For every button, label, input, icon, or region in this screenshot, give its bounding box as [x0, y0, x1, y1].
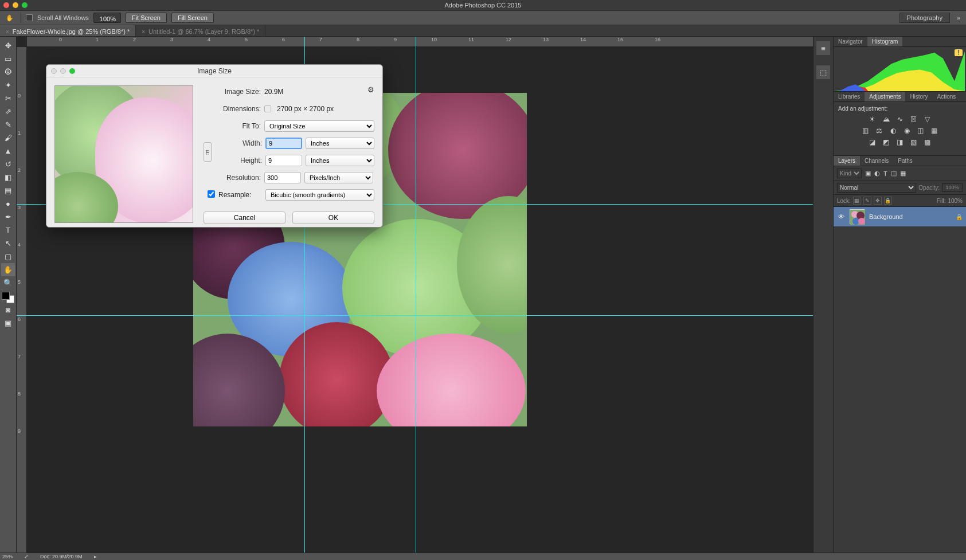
constrain-proportions-icon[interactable]: ⎘ — [204, 142, 212, 162]
clone-stamp-tool-icon[interactable]: ▲ — [1, 144, 15, 158]
path-select-tool-icon[interactable]: ↖ — [1, 237, 15, 250]
ruler-horizontal[interactable]: 0 1 2 3 4 5 6 7 8 9 10 11 12 13 14 15 16 — [27, 37, 813, 47]
tab-adjustments[interactable]: Adjustments — [865, 92, 905, 101]
close-window-button[interactable] — [3, 2, 9, 8]
threshold-icon[interactable]: ◨ — [895, 138, 905, 146]
resample-checkbox[interactable] — [208, 190, 215, 198]
vibrance-icon[interactable]: ▽ — [923, 115, 932, 123]
tab-libraries[interactable]: Libraries — [834, 92, 865, 101]
zoom-window-button[interactable] — [22, 2, 28, 8]
guide-horizontal[interactable] — [17, 315, 813, 316]
blend-mode-select[interactable]: Normal — [837, 183, 916, 193]
dimensions-unit-toggle[interactable] — [264, 105, 271, 112]
lock-position-icon[interactable]: ✥ — [874, 197, 882, 205]
resolution-input[interactable] — [264, 172, 301, 183]
cancel-button[interactable]: Cancel — [204, 212, 286, 224]
filter-shape-icon[interactable]: ◫ — [891, 170, 897, 177]
filter-pixel-icon[interactable]: ▣ — [865, 170, 871, 177]
height-input[interactable] — [265, 155, 302, 166]
filter-smart-icon[interactable]: ▦ — [900, 170, 906, 177]
tab-channels[interactable]: Channels — [860, 156, 893, 166]
document-tab[interactable]: × FakeFlower-Whole.jpg @ 25% (RGB/8*) * — [0, 25, 136, 36]
gradientmap-icon[interactable]: ▧ — [909, 138, 918, 146]
tab-history[interactable]: History — [905, 92, 932, 101]
shape-tool-icon[interactable]: ▢ — [1, 250, 15, 263]
zoom-value-field[interactable]: 100% — [93, 13, 121, 23]
status-arrow-icon[interactable]: ▸ — [94, 554, 97, 559]
pen-tool-icon[interactable]: ✒ — [1, 210, 15, 224]
invert-icon[interactable]: ◪ — [868, 138, 877, 146]
ruler-vertical[interactable]: 0 1 2 3 4 5 6 7 8 9 — [17, 47, 27, 553]
resolution-unit-select[interactable]: Pixels/Inch — [304, 172, 373, 183]
levels-icon[interactable]: ⛰ — [882, 115, 891, 123]
healing-brush-tool-icon[interactable]: ✎ — [1, 118, 15, 131]
screenmode-icon[interactable]: ▣ — [1, 316, 15, 330]
eraser-tool-icon[interactable]: ◧ — [1, 171, 15, 184]
panel-icon[interactable]: ⬚ — [816, 65, 830, 79]
photofilter-icon[interactable]: ◉ — [902, 127, 912, 135]
hue-icon[interactable]: ▥ — [861, 127, 870, 135]
colorbalance-icon[interactable]: ⚖ — [875, 127, 884, 135]
status-zoom[interactable]: 25% — [2, 554, 13, 559]
exposure-icon[interactable]: ☒ — [909, 115, 918, 123]
fit-to-select[interactable]: Original Size — [264, 120, 374, 132]
fill-value[interactable]: 100% — [948, 198, 963, 204]
minimize-window-button[interactable] — [13, 2, 18, 8]
opacity-value[interactable]: 100% — [942, 183, 963, 192]
hand-tool-icon[interactable]: ✋ — [1, 263, 15, 276]
hand-tool-icon[interactable]: ✋ — [3, 11, 16, 24]
document-tab[interactable]: × Untitled-1 @ 66.7% (Layer 9, RGB/8*) * — [136, 25, 265, 36]
lock-all-icon[interactable]: 🔒 — [884, 197, 892, 205]
dodge-tool-icon[interactable]: ● — [1, 197, 15, 210]
height-unit-select[interactable]: Inches — [306, 155, 374, 166]
channelmixer-icon[interactable]: ◫ — [916, 127, 925, 135]
dialog-zoom-button[interactable] — [69, 68, 75, 74]
close-tab-icon[interactable]: × — [6, 29, 9, 35]
brightness-icon[interactable]: ☀ — [868, 115, 877, 123]
tab-paths[interactable]: Paths — [893, 156, 917, 166]
tab-layers[interactable]: Layers — [834, 156, 860, 166]
crop-tool-icon[interactable]: ✂ — [1, 92, 15, 105]
filter-type-icon[interactable]: T — [883, 170, 887, 177]
marquee-tool-icon[interactable]: ▭ — [1, 52, 15, 65]
status-expand-icon[interactable]: ⤢ — [24, 554, 29, 559]
width-input[interactable] — [265, 138, 302, 149]
ok-button[interactable]: OK — [292, 212, 374, 224]
guide-vertical[interactable] — [416, 37, 416, 553]
zoom-tool-icon[interactable]: 🔍 — [1, 276, 15, 289]
magic-wand-tool-icon[interactable]: ✦ — [1, 79, 15, 92]
fit-screen-button[interactable]: Fit Screen — [126, 13, 167, 23]
visibility-icon[interactable]: 👁 — [837, 213, 845, 220]
layer-row[interactable]: 👁 Background 🔒 — [834, 207, 966, 226]
bw-icon[interactable]: ◐ — [889, 127, 898, 135]
tab-actions[interactable]: Actions — [933, 92, 961, 101]
colorlookup-icon[interactable]: ▦ — [930, 127, 939, 135]
panel-icon[interactable]: ≡ — [816, 41, 830, 55]
lasso-tool-icon[interactable]: ⭗ — [1, 65, 15, 79]
history-brush-tool-icon[interactable]: ↺ — [1, 158, 15, 171]
tab-histogram[interactable]: Histogram — [867, 37, 903, 46]
layer-kind-filter[interactable]: Kind — [837, 169, 862, 178]
scroll-all-checkbox[interactable] — [26, 14, 33, 21]
lock-pixels-icon[interactable]: ✎ — [863, 197, 871, 205]
dialog-close-button[interactable] — [51, 68, 57, 74]
search-icon[interactable]: » — [955, 14, 963, 21]
filter-adjust-icon[interactable]: ◐ — [874, 170, 880, 177]
brush-tool-icon[interactable]: 🖌 — [1, 131, 15, 144]
move-tool-icon[interactable]: ✥ — [1, 39, 15, 52]
tab-navigator[interactable]: Navigator — [834, 37, 867, 46]
status-doc-info[interactable]: Doc: 20.9M/20.9M — [40, 554, 83, 559]
fill-screen-button[interactable]: Fill Screen — [171, 13, 214, 23]
dialog-preview[interactable] — [54, 85, 193, 223]
histogram-warning-icon[interactable]: ! — [955, 49, 963, 56]
gear-icon[interactable]: ⚙ — [367, 85, 374, 94]
curves-icon[interactable]: ∿ — [895, 115, 905, 123]
close-tab-icon[interactable]: × — [142, 29, 145, 35]
quickmask-icon[interactable]: ◙ — [1, 303, 15, 316]
width-unit-select[interactable]: Inches — [306, 138, 374, 149]
type-tool-icon[interactable]: T — [1, 224, 15, 237]
lock-transparency-icon[interactable]: ▦ — [853, 197, 861, 205]
layer-thumbnail[interactable] — [850, 209, 865, 224]
selectivecolor-icon[interactable]: ▩ — [923, 138, 932, 146]
gradient-tool-icon[interactable]: ▤ — [1, 184, 15, 197]
